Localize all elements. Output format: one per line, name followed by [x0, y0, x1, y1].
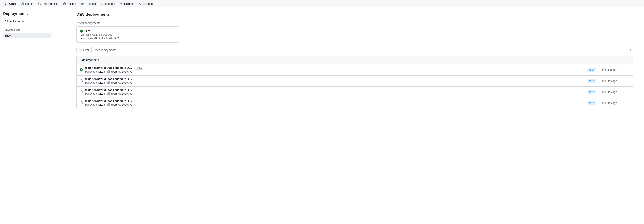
latest-time-line: Last deployed 13 minutes ago [80, 33, 176, 36]
avatar[interactable] [107, 81, 110, 84]
deployment-row: feat: helloWorld Stack added to DEVDeplo… [77, 98, 633, 108]
code-icon [5, 2, 8, 5]
svg-point-1 [22, 3, 23, 4]
pr-icon [38, 2, 41, 5]
deployment-title[interactable]: feat: helloWorld Stack added to DEV [85, 78, 132, 80]
deployment-subline: Deployed to DEV by gyalai via deploy #8 [85, 92, 585, 95]
deployment-env-link[interactable]: DEV [98, 103, 103, 106]
deployment-env-link[interactable]: DEV [98, 82, 103, 84]
deployment-time: 13 minutes ago [598, 102, 622, 104]
svg-point-19 [626, 102, 626, 103]
deployment-env-link[interactable]: DEV [98, 70, 103, 73]
svg-point-18 [628, 92, 628, 92]
row-menu-button[interactable] [624, 67, 630, 72]
deployment-list: 8 deployments feat: helloWorld Stack add… [76, 56, 633, 108]
gear-icon [138, 2, 142, 5]
sidebar-env-dev[interactable]: DEV [3, 33, 51, 38]
main-content: DEV deployments Latest deployments DEV L… [53, 8, 644, 224]
svg-point-15 [628, 80, 628, 81]
kebab-icon [625, 102, 628, 104]
deployment-row: feat: helloWorld Stack added to DEVDeplo… [77, 86, 633, 98]
svg-point-16 [626, 92, 626, 92]
deployment-subline: Deployed to DEV by gyalai via deploy #8 [85, 70, 585, 73]
issue-icon [21, 2, 24, 5]
search-icon [628, 49, 631, 52]
play-icon [63, 2, 66, 5]
svg-point-20 [627, 102, 627, 103]
sidebar-divider [3, 26, 51, 26]
row-menu-button[interactable] [624, 100, 630, 106]
shield-icon [100, 2, 104, 5]
deployment-user-link[interactable]: gyalai [111, 92, 117, 95]
row-menu-button[interactable] [624, 78, 630, 84]
tab-security[interactable]: Security [99, 0, 116, 8]
avatar[interactable] [107, 70, 110, 73]
deployment-run-link[interactable]: deploy #8 [122, 70, 132, 73]
tab-actions[interactable]: Actions [62, 0, 78, 8]
filter-button[interactable]: Filter [77, 47, 92, 53]
svg-point-2 [38, 2, 39, 3]
kebab-icon [625, 90, 628, 94]
row-menu-button[interactable] [624, 89, 630, 95]
deployment-run-link[interactable]: deploy #8 [122, 103, 132, 106]
filter-input[interactable] [92, 47, 626, 53]
graph-icon [120, 2, 122, 5]
deployment-user-link[interactable]: gyalai [111, 103, 117, 106]
svg-point-7 [102, 3, 102, 4]
svg-rect-6 [82, 3, 84, 5]
deployment-run-link[interactable]: deploy #8 [122, 82, 132, 84]
repo-topnav: CodeIssuesPull requestsActionsProjectsSe… [0, 0, 644, 8]
latest-deployments-label: Latest deployments [76, 22, 633, 24]
deployment-title[interactable]: feat: helloWorld Stack added to DEV [85, 88, 132, 92]
deployment-run-link[interactable]: deploy #8 [122, 92, 132, 95]
deployment-count: 8 deployments [77, 56, 633, 64]
deployment-time: 13 minutes ago [598, 80, 622, 82]
deployment-title[interactable]: feat: helloWorld Stack added to DEV [85, 100, 132, 102]
svg-point-14 [627, 80, 627, 81]
svg-point-8 [140, 3, 140, 4]
tab-issues[interactable]: Issues [19, 0, 35, 8]
branch-badge[interactable]: main [587, 90, 596, 94]
deployment-row: feat: helloWorld Stack added to DEVDeplo… [77, 76, 633, 86]
latest-deployment-card[interactable]: DEV Last deployed 13 minutes ago feat: h… [76, 26, 180, 42]
active-badge: Active [134, 66, 144, 70]
filter-icon [79, 49, 82, 52]
svg-point-10 [626, 70, 626, 70]
sidebar-all-deployments[interactable]: All deployments [3, 19, 51, 24]
deployment-env-link[interactable]: DEV [98, 92, 103, 95]
deployment-row: feat: helloWorld Stack added to DEVActiv… [77, 64, 633, 76]
search-button[interactable] [626, 47, 633, 53]
page-title: DEV deployments [76, 12, 633, 17]
status-inactive-icon [80, 80, 83, 82]
tab-settings[interactable]: Settings [137, 0, 154, 8]
branch-badge[interactable]: main [587, 101, 596, 105]
deployment-subline: Deployed to DEV by gyalai via deploy #8 [85, 81, 585, 84]
deployment-user-link[interactable]: gyalai [111, 70, 117, 73]
sidebar-title: Deployments [3, 12, 51, 16]
deployment-title[interactable]: feat: helloWorld Stack added to DEV [85, 66, 132, 70]
svg-point-21 [628, 102, 628, 103]
latest-env-name: DEV [84, 30, 90, 32]
tab-projects[interactable]: Projects [80, 0, 97, 8]
filter-button-label: Filter [83, 48, 89, 52]
tab-code[interactable]: Code [3, 0, 18, 8]
avatar[interactable] [107, 92, 110, 95]
status-inactive-icon [80, 90, 83, 93]
avatar[interactable] [107, 103, 110, 106]
kebab-icon [625, 68, 628, 72]
filter-bar: Filter [76, 47, 633, 53]
deployment-subline: Deployed to DEV by gyalai via deploy #8 [85, 103, 585, 106]
latest-deployed-link[interactable]: deployed [86, 33, 95, 36]
svg-point-3 [38, 4, 39, 5]
branch-badge[interactable]: main [587, 79, 596, 83]
deployment-time: 13 minutes ago [598, 68, 622, 72]
branch-badge[interactable]: main [587, 68, 596, 72]
svg-point-11 [627, 70, 627, 70]
svg-point-12 [628, 70, 628, 70]
svg-point-13 [626, 80, 626, 81]
kebab-icon [625, 80, 628, 82]
svg-point-17 [627, 92, 627, 92]
tab-pull-requests[interactable]: Pull requests [36, 0, 60, 8]
tab-insights[interactable]: Insights [118, 0, 135, 8]
deployment-user-link[interactable]: gyalai [111, 82, 117, 84]
